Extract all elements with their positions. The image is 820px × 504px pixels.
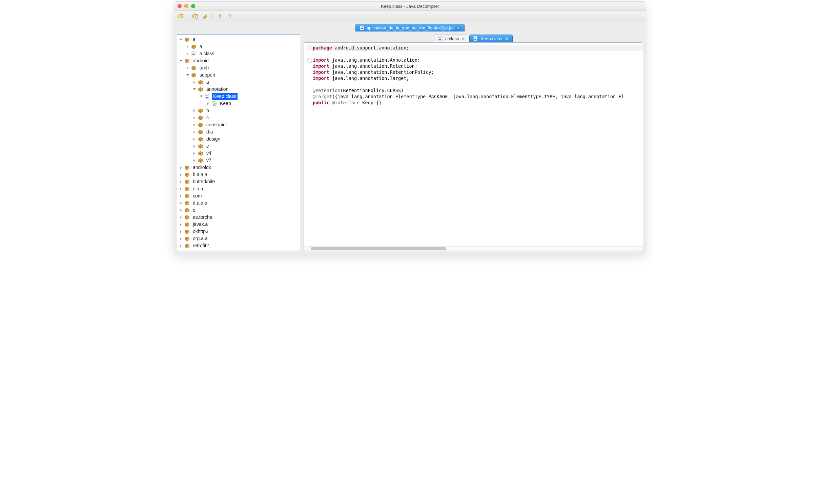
tree-row[interactable]: a — [177, 43, 300, 50]
horizontal-scrollbar[interactable] — [304, 246, 643, 251]
tree-row[interactable]: b — [177, 107, 300, 114]
tree-row[interactable]: constraint — [177, 121, 300, 128]
file-tab-label: a.class — [445, 36, 459, 41]
close-tab-icon[interactable] — [456, 25, 461, 30]
tree-row[interactable]: c — [177, 114, 300, 121]
package-icon — [198, 150, 204, 156]
tree-row[interactable]: v4 — [177, 150, 300, 157]
chevron-right-icon[interactable] — [179, 180, 183, 184]
open-type-button[interactable]: C — [191, 12, 199, 20]
chevron-right-icon[interactable] — [179, 222, 183, 227]
svg-rect-6 — [192, 54, 194, 55]
tree-item-label: v4 — [205, 150, 213, 157]
chevron-right-icon[interactable] — [179, 236, 183, 241]
tree-row[interactable]: okhttp3 — [177, 228, 300, 235]
chevron-right-icon[interactable] — [185, 44, 190, 49]
chevron-right-icon[interactable] — [192, 151, 197, 156]
scrollbar-thumb[interactable] — [311, 247, 446, 250]
tree-row[interactable]: d.a — [177, 128, 300, 135]
fold-toggle-icon[interactable]: – — [307, 58, 312, 63]
tree-item-label: d.a — [205, 128, 214, 135]
chevron-right-icon[interactable] — [179, 201, 183, 206]
tree-row[interactable]: a — [177, 79, 300, 86]
chevron-right-icon[interactable] — [179, 172, 183, 177]
workspace: aa010a.classandroidarchsupportaannotatio… — [174, 31, 646, 254]
package-icon — [184, 58, 190, 64]
tree-row[interactable]: butterknife — [177, 178, 300, 185]
package-explorer[interactable]: aa010a.classandroidarchsupportaannotatio… — [177, 34, 300, 251]
tree-row[interactable]: design — [177, 135, 300, 143]
file-tab[interactable]: 010a.class — [434, 35, 469, 42]
tree-row[interactable]: c.a.a — [177, 185, 300, 192]
chevron-right-icon[interactable] — [179, 208, 183, 213]
chevron-right-icon[interactable] — [179, 194, 183, 198]
package-icon — [184, 243, 190, 249]
open-file-button[interactable] — [177, 12, 184, 20]
chevron-right-icon[interactable] — [192, 137, 197, 142]
tree-row[interactable]: javax.a — [177, 221, 300, 228]
tree-row[interactable]: v7 — [177, 157, 300, 164]
chevron-right-icon[interactable] — [179, 244, 183, 248]
jar-tab[interactable]: 010 aplicacion_de_la_que_no_me_fio-dex2j… — [355, 24, 465, 31]
tree-row[interactable]: e — [177, 207, 300, 214]
chevron-right-icon[interactable] — [206, 101, 210, 106]
tree-row[interactable]: 010Keep.class — [177, 93, 300, 100]
close-tab-icon[interactable] — [461, 36, 466, 41]
chevron-right-icon[interactable] — [192, 158, 197, 163]
tree-item-label: c.a.a — [191, 185, 204, 192]
tree-item-label: b — [205, 107, 210, 114]
tree-item-label: a — [198, 43, 204, 50]
zoom-window-icon[interactable] — [191, 4, 195, 8]
file-tab[interactable]: 010Keep.class — [469, 35, 513, 42]
close-tab-icon[interactable] — [504, 36, 509, 41]
chevron-right-icon[interactable] — [192, 80, 197, 85]
chevron-right-icon[interactable] — [192, 115, 197, 120]
tree-row[interactable]: b.a.a.a — [177, 171, 300, 178]
chevron-down-icon[interactable] — [179, 59, 183, 63]
close-window-icon[interactable] — [178, 4, 182, 8]
chevron-down-icon[interactable] — [185, 73, 190, 78]
tree-row[interactable]: 010a.class — [177, 50, 300, 57]
chevron-right-icon[interactable] — [179, 215, 183, 220]
code-scroll[interactable]: package android.support.annotation; –imp… — [304, 43, 643, 246]
tree-row[interactable]: com — [177, 192, 300, 200]
chevron-right-icon[interactable] — [185, 51, 190, 56]
chevron-down-icon[interactable] — [199, 94, 204, 99]
tree-item-label: a — [205, 79, 210, 86]
package-icon — [198, 108, 204, 114]
chevron-right-icon[interactable] — [185, 66, 190, 70]
tree-row[interactable]: androidx — [177, 164, 300, 171]
tree-row[interactable]: e — [177, 143, 300, 150]
chevron-right-icon[interactable] — [192, 108, 197, 113]
tree-row[interactable]: @Keep — [177, 100, 300, 107]
tree-row[interactable]: retrofit2 — [177, 242, 300, 249]
tree-row[interactable]: android — [177, 57, 300, 64]
search-button[interactable] — [202, 12, 209, 20]
jar-tab-label: aplicacion_de_la_que_no_me_fio-dex2jar.j… — [367, 25, 454, 30]
package-icon — [191, 65, 197, 71]
chevron-right-icon[interactable] — [192, 144, 197, 149]
tree-row[interactable]: es.torcha — [177, 214, 300, 221]
tree-item-label: v7 — [205, 157, 213, 164]
chevron-right-icon[interactable] — [179, 229, 183, 234]
chevron-right-icon[interactable] — [179, 187, 183, 191]
chevron-down-icon[interactable] — [179, 37, 183, 42]
chevron-right-icon[interactable] — [192, 123, 197, 127]
forward-button[interactable] — [226, 12, 234, 20]
jar-tab-strip: 010 aplicacion_de_la_que_no_me_fio-dex2j… — [174, 21, 646, 31]
chevron-right-icon[interactable] — [192, 130, 197, 134]
tree-row[interactable]: a — [177, 36, 300, 43]
tree-row[interactable]: d.a.a.a — [177, 200, 300, 207]
tree-row[interactable]: arch — [177, 64, 300, 71]
tree-row[interactable]: annotation — [177, 86, 300, 93]
tree-item-label: Keep — [219, 100, 232, 107]
tree-row[interactable]: org.a.a — [177, 235, 300, 242]
toolbar: C — [174, 11, 646, 21]
tree-row[interactable]: support — [177, 71, 300, 79]
package-icon — [184, 193, 190, 199]
back-button[interactable] — [216, 12, 224, 20]
chevron-down-icon[interactable] — [192, 87, 197, 92]
package-icon — [184, 172, 190, 178]
minimize-window-icon[interactable] — [184, 4, 188, 8]
chevron-right-icon[interactable] — [179, 165, 183, 170]
